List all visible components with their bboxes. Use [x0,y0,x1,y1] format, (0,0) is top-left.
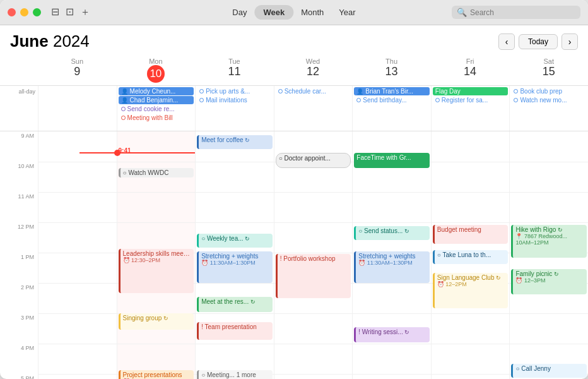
person-icon: 👤 [356,88,363,95]
event-budget-meeting[interactable]: Budget meeting [433,225,509,244]
allday-label: all-day [0,86,38,131]
time-label-1pm: 1 PM [0,253,38,283]
day-col-wed: ○ Doctor appoint... ! Portfolio workshop… [274,131,353,379]
event-watch-wwdc[interactable]: ○ Watch WWDC [119,168,194,177]
nav-tabs: Day Week Month Year [225,5,363,20]
calendar-header: June 2024 ‹ Today › [0,25,588,55]
event-meet-coffee[interactable]: Meet for coffee ↻ [197,135,273,149]
allday-event-melody[interactable]: 👤Melody Cheun... [119,87,194,95]
day-col-mon: 9:41 ○ Watch WWDC Leadership skills meet… [117,131,196,379]
event-send-status[interactable]: ○ Send status... ↻ [354,226,430,240]
event-project-presentations[interactable]: Project presentations ⏰ 5–7PM [119,370,194,379]
allday-sat: Book club prep Watch new mo... [509,86,588,131]
allday-event-flag-day[interactable]: Flag Day [433,87,509,95]
allday-event-register[interactable]: Register for sa... [433,96,509,104]
event-writing-session[interactable]: ! Writing sessi... ↻ [354,327,430,342]
calendar-grid: Sun 9 Mon 10 Tue 11 Wed 12 Thu 13 [0,55,588,379]
nav-year[interactable]: Year [331,5,363,20]
allday-event-chad[interactable]: 👤Chad Benjamin... [119,96,194,104]
event-meet-res[interactable]: Meet at the res... ↻ [197,297,273,312]
close-button[interactable] [8,8,16,16]
inbox-icon[interactable]: ⊡ [66,6,74,19]
event-family-picnic[interactable]: Family picnic ↻ ⏰ 12–3PM [511,269,587,294]
person-icon: 👤 [121,88,128,95]
event-facetime[interactable]: FaceTime with Gr... [354,153,430,168]
allday-event-schedule-car[interactable]: Schedule car... [276,87,351,95]
allday-event-cookie[interactable]: Send cookie re... [119,105,194,113]
event-leadership[interactable]: Leadership skills meeting ⏰ 12:30–2PM [119,249,194,293]
toolbar-icons: ⊟ ⊡ ＋ [51,6,90,19]
search-icon: 🔍 [457,8,467,17]
allday-tue: Pick up arts &... Mail invitations [195,86,274,131]
minimize-button[interactable] [20,8,28,16]
event-hike-rigo[interactable]: Hike with Rigo ↻ 📍 7867 Redwood... 10AM–… [511,225,587,258]
time-label-12pm: 12 PM [0,222,38,253]
time-labels: 9 AM 10 AM 11 AM 12 PM 1 PM 2 PM 3 PM 4 … [0,131,38,379]
search-bar[interactable]: 🔍 [452,6,580,19]
day-col-sun [38,131,117,379]
fullscreen-button[interactable] [33,8,41,16]
nav-day[interactable]: Day [225,5,254,20]
allday-wed: Schedule car... [274,86,353,131]
day-col-fri: Budget meeting ○ Take Luna to th... Sign… [431,131,510,379]
time-label-10am: 10 AM [0,162,38,192]
event-meeting-more[interactable]: ○ Meeting... 1 more [197,370,273,379]
event-portfolio-workshop[interactable]: ! Portfolio workshop [276,254,351,298]
event-stretching-tue[interactable]: Stretching + weights ⏰ 11:30AM–1:30PM [197,251,273,283]
allday-sun [38,86,117,131]
prev-arrow[interactable]: ‹ [498,33,515,50]
allday-event-brian[interactable]: 👤Brian Tran's Bir... [354,87,430,95]
day-header-sat: Sat 15 [509,55,588,85]
allday-event-send-bday[interactable]: Send birthday... [354,96,430,104]
nav-today-group: ‹ Today › [498,33,578,50]
add-icon[interactable]: ＋ [80,6,90,19]
nav-month[interactable]: Month [293,5,331,20]
time-label-4pm: 4 PM [0,344,38,374]
time-label-9am: 9 AM [0,131,38,162]
day-header-wed: Wed 12 [274,55,353,85]
day-headers: Sun 9 Mon 10 Tue 11 Wed 12 Thu 13 [0,55,588,86]
event-singing-group[interactable]: Singing group ↻ [119,313,194,330]
event-team-presentation[interactable]: ! Team presentation [197,322,273,340]
day-col-sat: Hike with Rigo ↻ 📍 7867 Redwood... 10AM–… [509,131,588,379]
time-label-11am: 11 AM [0,192,38,222]
allday-event-pickup-arts[interactable]: Pick up arts &... [197,87,273,95]
day-col-tue: Meet for coffee ↻ ○ Weekly tea... ↻ Stre… [195,131,274,379]
day-header-tue: Tue 11 [195,55,274,85]
event-weekly-tea[interactable]: ○ Weekly tea... ↻ [197,234,273,248]
next-arrow[interactable]: › [562,33,578,50]
time-label-3pm: 3 PM [0,313,38,344]
current-time-indicator [79,152,196,153]
time-label-2pm: 2 PM [0,283,38,313]
time-scroll-area[interactable]: 9 AM 10 AM 11 AM 12 PM 1 PM 2 PM 3 PM 4 … [0,131,588,379]
allday-event-mail-inv[interactable]: Mail invitations [197,96,273,104]
allday-event-meeting-bill[interactable]: Meeting with Bill [119,114,194,122]
search-input[interactable] [470,8,575,17]
time-label-5pm: 5 PM [0,374,38,379]
sidebar-icon[interactable]: ⊟ [51,6,59,19]
day-header-thu: Thu 13 [352,55,431,85]
day-col-thu: FaceTime with Gr... ○ Send status... ↻ S… [352,131,431,379]
traffic-lights [8,8,41,16]
day-header-fri: Fri 14 [431,55,510,85]
main-content: June 2024 ‹ Today › Sun 9 Mon 10 [0,25,588,379]
day-header-mon: Mon 10 [117,55,196,85]
event-doctor[interactable]: ○ Doctor appoint... [276,153,351,168]
allday-fri: Flag Day Register for sa... [431,86,510,131]
allday-row: all-day 👤Melody Cheun... 👤Chad Benjamin.… [0,86,588,131]
event-stretching-thu[interactable]: Stretching + weights ⏰ 11:30AM–1:30PM [354,251,430,283]
calendar-window: ⊟ ⊡ ＋ Day Week Month Year 🔍 June 2024 ‹ … [0,0,588,379]
day-header-sun: Sun 9 [38,55,117,85]
event-take-luna[interactable]: ○ Take Luna to th... [433,250,509,264]
time-grid: 9 AM 10 AM 11 AM 12 PM 1 PM 2 PM 3 PM 4 … [0,131,588,379]
person-icon: 👤 [121,97,128,104]
allday-event-book-club[interactable]: Book club prep [511,87,587,95]
month-year-title: June 2024 [10,32,90,51]
event-call-jenny[interactable]: ○ Call Jenny [511,364,587,378]
allday-event-watch-movie[interactable]: Watch new mo... [511,96,587,104]
titlebar: ⊟ ⊡ ＋ Day Week Month Year 🔍 [0,0,588,25]
nav-week[interactable]: Week [254,5,293,20]
event-sign-language[interactable]: Sign Language Club ↻ ⏰ 12–2PM [433,273,509,308]
allday-thu: 👤Brian Tran's Bir... Send birthday... [352,86,431,131]
today-button[interactable]: Today [519,34,558,49]
